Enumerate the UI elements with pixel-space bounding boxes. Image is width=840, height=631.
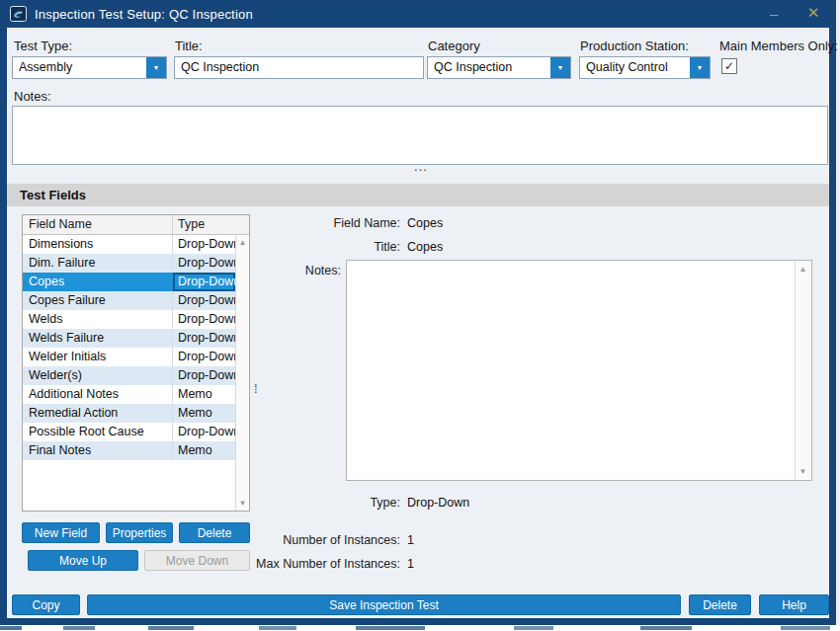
production-station-value: Quality Control xyxy=(580,57,689,78)
title-label: Title: xyxy=(175,39,203,53)
notes-input[interactable] xyxy=(12,106,828,165)
detail-type-label: Type: xyxy=(183,496,400,510)
scroll-down-icon[interactable]: ▼ xyxy=(799,464,807,479)
dialog-body: Test Type: Assembly ▼ Title: QC Inspecti… xyxy=(7,28,829,618)
field-list[interactable]: Field Name Type DimensionsDrop-Down Dim.… xyxy=(22,214,250,512)
copy-button[interactable]: Copy xyxy=(12,594,80,615)
table-row[interactable]: Final NotesMemo xyxy=(23,441,235,460)
detail-title-label: Title: xyxy=(183,240,400,254)
number-of-instances-label: Number of Instances: xyxy=(183,533,400,547)
detail-field-name-value: Copes xyxy=(407,216,443,230)
number-of-instances-value: 1 xyxy=(407,533,414,547)
chevron-down-icon[interactable]: ▼ xyxy=(689,57,710,78)
max-number-of-instances-label: Max Number of Instances: xyxy=(183,557,400,571)
table-row[interactable]: Copes FailureDrop-Down xyxy=(23,291,235,310)
table-row[interactable]: Remedial ActionMemo xyxy=(23,404,235,423)
detail-notes-scrollbar[interactable]: ▲ ▼ xyxy=(795,262,810,479)
category-label: Category xyxy=(428,39,480,53)
new-field-button[interactable]: New Field xyxy=(22,522,100,543)
table-row[interactable]: Additional NotesMemo xyxy=(23,385,235,404)
column-header-field-name[interactable]: Field Name xyxy=(23,215,172,234)
table-row[interactable]: Welder(s)Drop-Down xyxy=(23,366,235,385)
test-type-label: Test Type: xyxy=(14,39,72,53)
help-button[interactable]: Help xyxy=(759,594,829,615)
table-row[interactable]: Possible Root CauseDrop-Down xyxy=(23,423,235,441)
minimize-button[interactable]: – xyxy=(757,0,791,26)
vertical-splitter-grip[interactable]: ⁞ xyxy=(254,383,258,394)
chevron-down-icon[interactable]: ▼ xyxy=(549,57,570,78)
scroll-up-icon[interactable]: ▲ xyxy=(799,262,807,276)
background-window-sliver xyxy=(0,625,840,631)
table-row[interactable]: Welds FailureDrop-Down xyxy=(23,329,235,348)
production-station-label: Production Station: xyxy=(580,39,689,53)
save-inspection-test-button[interactable]: Save Inspection Test xyxy=(87,594,681,615)
inspection-test-setup-dialog: Inspection Test Setup: QC Inspection – ✕… xyxy=(0,0,836,625)
detail-type-value: Drop-Down xyxy=(407,496,469,510)
horizontal-splitter-grip[interactable]: ... xyxy=(406,164,436,170)
detail-notes-label: Notes: xyxy=(124,264,341,277)
test-fields-section-header: Test Fields xyxy=(7,184,829,206)
category-dropdown[interactable]: QC Inspection ▼ xyxy=(427,56,571,79)
screen: Inspection Test Setup: QC Inspection – ✕… xyxy=(0,0,840,631)
close-button[interactable]: ✕ xyxy=(797,0,830,26)
notes-label: Notes: xyxy=(14,89,51,104)
properties-button[interactable]: Properties xyxy=(106,522,173,543)
delete-button[interactable]: Delete xyxy=(689,594,751,615)
title-input[interactable]: QC Inspection xyxy=(174,56,424,79)
table-row[interactable]: Welder InitialsDrop-Down xyxy=(23,348,235,366)
chevron-down-icon[interactable]: ▼ xyxy=(145,57,166,78)
test-type-value: Assembly xyxy=(13,57,145,78)
table-row[interactable]: WeldsDrop-Down xyxy=(23,310,235,329)
category-value: QC Inspection xyxy=(428,57,549,78)
max-number-of-instances-value: 1 xyxy=(407,557,414,571)
move-up-button[interactable]: Move Up xyxy=(28,550,138,571)
app-icon xyxy=(10,6,27,22)
detail-notes-input[interactable]: ▲ ▼ xyxy=(346,260,812,481)
section-title: Test Fields xyxy=(20,188,86,202)
background-window-sliver-right xyxy=(836,0,840,631)
main-members-only-label: Main Members Only: xyxy=(719,39,838,53)
checkmark-icon: ✓ xyxy=(724,59,734,73)
title-bar[interactable]: Inspection Test Setup: QC Inspection – ✕ xyxy=(0,0,836,28)
main-members-only-checkbox[interactable]: ✓ xyxy=(721,58,737,74)
detail-title-value: Copes xyxy=(407,240,443,254)
background-text-fragments xyxy=(0,626,840,630)
detail-field-name-label: Field Name: xyxy=(183,216,400,230)
production-station-dropdown[interactable]: Quality Control ▼ xyxy=(579,56,711,79)
window-title: Inspection Test Setup: QC Inspection xyxy=(35,7,253,22)
test-type-dropdown[interactable]: Assembly ▼ xyxy=(12,56,167,79)
